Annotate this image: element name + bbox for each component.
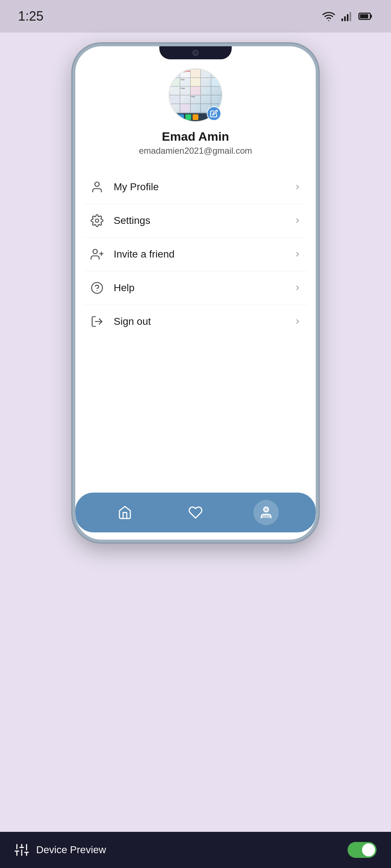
taskbar-icon-4 — [193, 114, 198, 120]
bottom-nav — [75, 493, 316, 532]
avatar-section: Rejected Field — [139, 68, 252, 156]
menu-list: My Profile Settings — [75, 170, 316, 338]
svg-point-16 — [264, 507, 268, 512]
person-plus-icon — [88, 246, 106, 263]
phone-screen: Rejected Field — [75, 46, 316, 540]
svg-point-13 — [92, 282, 102, 293]
settings-label: Settings — [114, 215, 293, 226]
nav-item-profile[interactable] — [253, 500, 279, 525]
menu-item-my-profile[interactable]: My Profile — [84, 170, 307, 204]
menu-item-sign-out[interactable]: Sign out — [84, 305, 307, 338]
svg-rect-2 — [344, 16, 346, 21]
menu-item-help[interactable]: Help — [84, 271, 307, 305]
invite-friend-chevron — [293, 249, 303, 259]
svg-rect-1 — [341, 18, 343, 21]
preview-left: Device Preview — [14, 843, 106, 857]
avatar-edit-button[interactable] — [207, 106, 221, 121]
screen-content: Rejected Field — [75, 46, 316, 540]
signal-icon — [340, 10, 353, 23]
sign-out-chevron — [293, 316, 303, 327]
notch-camera — [192, 50, 199, 56]
taskbar-icon-1 — [171, 114, 177, 120]
settings-chevron — [293, 216, 303, 226]
nav-item-favorites[interactable] — [183, 500, 208, 525]
my-profile-label: My Profile — [114, 181, 293, 193]
my-profile-chevron — [293, 182, 303, 192]
sign-out-icon — [88, 313, 106, 330]
svg-point-9 — [96, 219, 99, 222]
device-frame-outer: Rejected Field — [72, 33, 319, 832]
svg-point-8 — [95, 182, 99, 187]
menu-item-invite-friend[interactable]: Invite a friend — [84, 238, 307, 271]
menu-item-settings[interactable]: Settings — [84, 204, 307, 238]
device-frame: Rejected Field — [72, 43, 319, 542]
user-name: Emad Amin — [162, 129, 229, 144]
svg-rect-3 — [347, 14, 349, 21]
svg-point-10 — [93, 250, 97, 254]
status-bar: 1:25 — [0, 0, 391, 33]
help-circle-icon — [88, 279, 106, 297]
svg-point-0 — [328, 20, 329, 21]
status-time: 1:25 — [18, 9, 43, 24]
taskbar-icon-2 — [178, 114, 184, 120]
device-preview-toggle[interactable] — [348, 842, 377, 858]
person-icon — [88, 178, 106, 196]
invite-friend-label: Invite a friend — [114, 248, 293, 260]
svg-rect-7 — [360, 14, 368, 18]
svg-rect-4 — [350, 12, 352, 21]
help-label: Help — [114, 282, 293, 294]
sign-out-label: Sign out — [114, 316, 293, 327]
device-preview-label: Device Preview — [36, 844, 106, 856]
phone-notch — [159, 46, 232, 59]
sliders-icon — [14, 843, 29, 857]
help-chevron — [293, 283, 303, 293]
wifi-icon — [322, 10, 335, 23]
nav-item-home[interactable] — [112, 500, 138, 525]
taskbar-icon-3 — [185, 114, 191, 120]
settings-icon — [88, 212, 106, 229]
svg-rect-6 — [370, 15, 372, 18]
device-preview-bar: Device Preview — [0, 832, 391, 868]
status-icons — [322, 10, 373, 23]
battery-icon — [358, 10, 373, 23]
user-email: emadamien2021@gmail.com — [139, 146, 252, 156]
avatar-wrapper: Rejected Field — [168, 68, 223, 122]
